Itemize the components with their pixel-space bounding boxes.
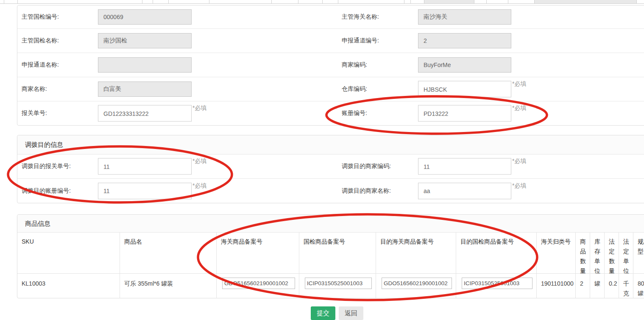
goods-name-cell: 可乐 355ml*6 罐装 [120, 274, 217, 298]
spec-cell: 80罐 [633, 274, 644, 298]
form-row: 报关单号: *必填 账册编号: *必填 [17, 101, 644, 125]
form-row: 商家名称: 仓库编码: *必填 [17, 77, 644, 101]
col-header-qty: 商品数量 [576, 233, 590, 273]
dest-merchant-name-label: 调拨目的商家名称: [342, 187, 391, 195]
declare-channel-no-label: 申报通道编号: [342, 37, 379, 45]
transfer-dest-section: 调拨目的信息 调拨目的报关单号: *必填 调拨目的商家编码: *必填 调拨目的账… [17, 135, 644, 203]
supervising-ciq-code-input [98, 9, 192, 25]
supervising-ciq-name-input [98, 33, 192, 48]
account-book-no-label: 账册编号: [342, 109, 367, 117]
merchant-name-label: 商家名称: [22, 85, 47, 93]
dest-declaration-no-label: 调拨目的报关单号: [22, 163, 71, 170]
col-header-name: 商品名 [120, 233, 217, 273]
submit-button[interactable]: 提交 [311, 306, 335, 320]
supervising-customs-name-label: 主管海关名称: [342, 13, 379, 21]
col-header-dest-ciq-record: 目的国检商品备案号 [456, 233, 537, 273]
col-header-legal-unit: 法定单位 [619, 233, 633, 273]
supervising-customs-name-input [418, 9, 511, 25]
form-row: 主管国检编号: 主管海关名称: [17, 6, 644, 29]
declare-channel-name-label: 申报通道名称: [22, 61, 59, 69]
clipped-cell-shaded [424, 0, 474, 3]
dest-account-book-no-input[interactable] [98, 182, 192, 199]
form-row: 调拨目的报关单号: *必填 调拨目的商家编码: *必填 [17, 154, 644, 179]
dest-customs-record-cell [376, 274, 456, 298]
dest-ciq-record-no-input[interactable] [462, 278, 532, 289]
dest-customs-record-no-input[interactable] [382, 278, 452, 289]
form-row: 申报通道名称: 商家编码: [17, 53, 644, 77]
col-header-legal-qty: 法定数量 [605, 233, 619, 273]
col-header-ciq-record: 国检商品备案号 [299, 233, 376, 273]
merchant-name-input [98, 81, 192, 97]
dest-merchant-name-input[interactable] [418, 182, 511, 199]
required-note: *必填 [512, 104, 526, 112]
customs-record-no-input[interactable] [222, 278, 295, 289]
dest-ciq-record-cell [456, 274, 537, 298]
sku-cell: KL10003 [17, 274, 120, 298]
col-header-stock-unit: 库存单位 [590, 233, 605, 273]
warehouse-code-label: 仓库编码: [342, 85, 367, 93]
customs-declaration-no-input[interactable] [98, 105, 192, 122]
required-note: *必填 [192, 157, 206, 165]
required-note: *必填 [192, 104, 206, 112]
dest-merchant-code-label: 调拨目的商家编码: [342, 163, 391, 170]
form-row: 主管国检名称: 申报通道编号: [17, 29, 644, 53]
required-note: *必填 [512, 80, 526, 88]
legal-qty-cell: 0.2 [605, 274, 619, 298]
account-book-no-input[interactable] [418, 105, 511, 122]
merchant-code-label: 商家编码: [342, 61, 367, 69]
col-header-hs-code: 海关归类号 [537, 233, 576, 273]
ciq-record-no-input[interactable] [305, 278, 372, 289]
clipped-cell-shaded [534, 0, 636, 3]
basic-info-section: 主管国检编号: 主管海关名称: 主管国检名称: 申报通道编号: 申报通道名称: … [17, 5, 644, 126]
goods-section: 商品信息 SKU 商品名 海关商品备案号 国检商品备案号 目的海关商品备案号 目… [17, 214, 644, 298]
required-note: *必填 [512, 182, 526, 190]
declare-channel-no-input [418, 33, 511, 48]
dest-declaration-no-input[interactable] [98, 158, 192, 175]
required-note: *必填 [192, 182, 206, 190]
col-header-customs-record: 海关商品备案号 [217, 233, 299, 273]
customs-declaration-no-label: 报关单号: [22, 109, 47, 117]
hs-code-cell: 1901101000 [537, 274, 576, 298]
dest-account-book-no-label: 调拨目的账册编号: [22, 187, 71, 195]
supervising-ciq-name-label: 主管国检名称: [22, 37, 59, 45]
legal-unit-cell: 千克 [619, 274, 633, 298]
clipped-table-strip [0, 0, 644, 4]
back-button[interactable]: 返回 [339, 306, 363, 320]
required-note: *必填 [512, 157, 526, 165]
action-button-bar: 提交 返回 [311, 306, 363, 320]
form-row: 调拨目的账册编号: *必填 调拨目的商家名称: *必填 [17, 179, 644, 203]
col-header-spec: 规格型号 [633, 233, 644, 273]
customs-record-cell [217, 274, 299, 298]
ciq-record-cell [299, 274, 376, 298]
goods-table-row: KL10003 可乐 355ml*6 罐装 1901101000 2 罐 0.2… [17, 274, 644, 298]
section-title: 调拨目的信息 [17, 135, 644, 154]
col-header-dest-customs-record: 目的海关商品备案号 [376, 233, 456, 273]
col-header-sku: SKU [17, 233, 120, 273]
declare-channel-name-input [98, 57, 192, 73]
supervising-ciq-code-label: 主管国检编号: [22, 13, 59, 21]
declaration-form-page: 主管国检编号: 主管海关名称: 主管国检名称: 申报通道编号: 申报通道名称: … [0, 0, 644, 320]
dest-merchant-code-input[interactable] [418, 158, 511, 175]
goods-table-header: SKU 商品名 海关商品备案号 国检商品备案号 目的海关商品备案号 目的国检商品… [17, 233, 644, 274]
qty-cell: 2 [576, 274, 590, 298]
section-title: 商品信息 [17, 215, 644, 233]
stock-unit-cell: 罐 [590, 274, 605, 298]
merchant-code-input [418, 57, 511, 73]
warehouse-code-input[interactable] [418, 81, 511, 98]
